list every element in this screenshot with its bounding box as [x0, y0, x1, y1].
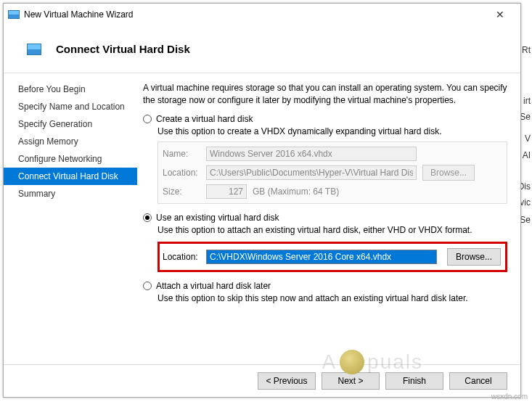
- sidebar-item-configure-networking[interactable]: Configure Networking: [4, 150, 137, 168]
- app-icon: [8, 10, 20, 19]
- previous-button[interactable]: < Previous: [258, 372, 316, 390]
- source-text: wsxdn.com: [491, 393, 528, 401]
- finish-button[interactable]: Finish: [385, 372, 443, 390]
- bg-text: Rt: [522, 45, 531, 55]
- option-create-vhd: Create a virtual hard disk Use this opti…: [143, 114, 507, 204]
- window-title: New Virtual Machine Wizard: [24, 9, 484, 20]
- option-label: Use an existing virtual hard disk: [156, 213, 279, 223]
- watermark-text: puals: [367, 350, 423, 374]
- bg-text: Se: [520, 215, 531, 225]
- next-button[interactable]: Next >: [322, 372, 380, 390]
- location-input: [206, 165, 417, 180]
- body: Before You Begin Specify Name and Locati…: [4, 73, 520, 364]
- sidebar-item-specify-generation[interactable]: Specify Generation: [4, 115, 137, 133]
- close-icon: ✕: [496, 9, 504, 20]
- existing-location-input[interactable]: [206, 250, 437, 264]
- size-input: [206, 184, 247, 199]
- option-existing-vhd: Use an existing virtual hard disk Use th…: [143, 213, 507, 272]
- size-label: Size:: [163, 186, 200, 197]
- sidebar-item-assign-memory[interactable]: Assign Memory: [4, 133, 137, 150]
- bg-text: AI: [523, 150, 531, 160]
- option-description: Use this option to skip this step now an…: [157, 292, 507, 304]
- browse-button[interactable]: Browse...: [447, 248, 501, 266]
- sidebar-item-summary[interactable]: Summary: [4, 185, 137, 202]
- create-vhd-fields: Name: Location: Browse... Size: GB (Maxi…: [157, 141, 507, 204]
- titlebar[interactable]: New Virtual Machine Wizard ✕: [4, 4, 520, 25]
- wizard-steps-sidebar: Before You Begin Specify Name and Locati…: [4, 73, 137, 364]
- wizard-window: New Virtual Machine Wizard ✕ Connect Vir…: [3, 3, 521, 398]
- option-description: Use this option to create a VHDX dynamic…: [157, 126, 507, 137]
- option-label: Attach a virtual hard disk later: [156, 281, 271, 291]
- header-icon: [27, 44, 41, 55]
- content-pane: A virtual machine requires storage so th…: [137, 73, 520, 364]
- sidebar-item-connect-vhd[interactable]: Connect Virtual Hard Disk: [4, 168, 137, 185]
- option-attach-later: Attach a virtual hard disk later Use thi…: [143, 281, 507, 304]
- close-button[interactable]: ✕: [484, 4, 516, 25]
- radio-existing-vhd[interactable]: [143, 213, 152, 222]
- option-label: Create a virtual hard disk: [156, 114, 253, 124]
- size-unit: GB (Maximum: 64 TB): [253, 186, 339, 197]
- watermark-face-icon: [340, 350, 364, 374]
- watermark: A puals: [322, 350, 423, 374]
- sidebar-item-before-you-begin[interactable]: Before You Begin: [4, 81, 137, 98]
- wizard-footer: < Previous Next > Finish Cancel: [4, 364, 520, 397]
- browse-button-disabled: Browse...: [422, 165, 475, 181]
- bg-text: V: [525, 134, 531, 144]
- page-header: Connect Virtual Hard Disk: [4, 25, 520, 73]
- bg-text: irt: [523, 96, 531, 106]
- sidebar-item-specify-name[interactable]: Specify Name and Location: [4, 98, 137, 115]
- radio-create-vhd[interactable]: [143, 115, 152, 123]
- location-label: Location:: [163, 168, 200, 178]
- name-label: Name:: [163, 149, 200, 159]
- intro-text: A virtual machine requires storage so th…: [143, 82, 507, 107]
- name-input: [206, 147, 417, 161]
- radio-attach-later[interactable]: [143, 282, 152, 290]
- bg-text: vic: [520, 197, 531, 208]
- cancel-button[interactable]: Cancel: [449, 372, 507, 390]
- location-label: Location:: [163, 252, 202, 262]
- watermark-text: A: [322, 350, 337, 374]
- existing-location-row: Location: Browse...: [157, 242, 507, 272]
- page-title: Connect Virtual Hard Disk: [56, 43, 190, 55]
- background-window-edge: Rt irt Se V AI Dis vic Se: [520, 16, 532, 386]
- option-description: Use this option to attach an existing vi…: [157, 224, 507, 236]
- bg-text: Se: [520, 112, 531, 122]
